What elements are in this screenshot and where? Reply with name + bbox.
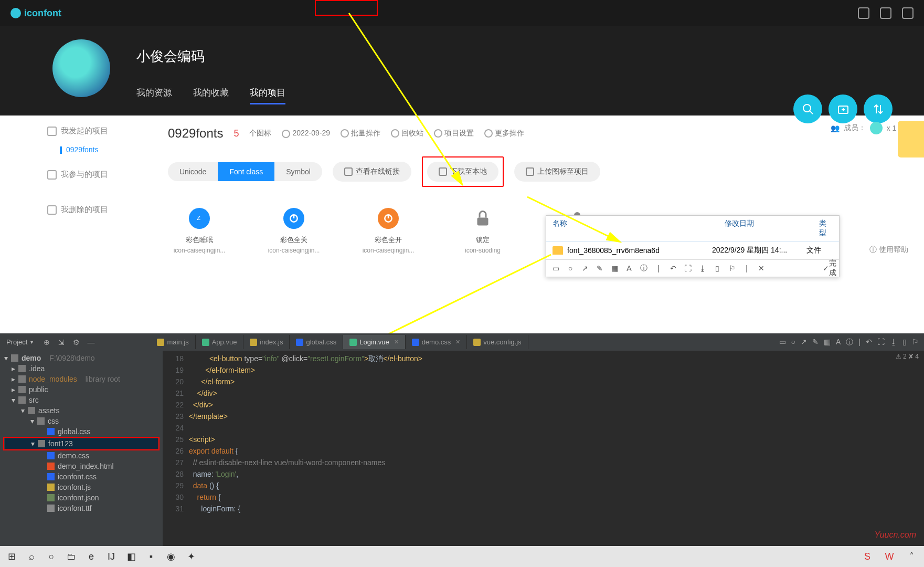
explorer-icon[interactable]: 🗀 bbox=[63, 548, 80, 565]
undo-tool-icon[interactable]: ↶ bbox=[866, 338, 872, 347]
tab-my-projects[interactable]: 我的项目 bbox=[250, 87, 285, 104]
tree-iconfont-json[interactable]: iconfont.json bbox=[0, 492, 163, 503]
rect-icon[interactable]: ▭ bbox=[550, 263, 561, 274]
project-settings[interactable]: 项目设置 bbox=[434, 129, 474, 138]
target-icon[interactable]: ⊕ bbox=[42, 338, 51, 347]
expand-icon[interactable]: ⛶ bbox=[683, 263, 693, 274]
tree-root[interactable]: ▾demo F:\0928\demo bbox=[0, 353, 163, 363]
arrow-tool-icon[interactable]: ↗ bbox=[801, 338, 807, 347]
icon-cell-sleep[interactable]: Z 彩色睡眠 icon-caiseqingjin... bbox=[168, 208, 231, 254]
intellij-icon[interactable]: IJ bbox=[103, 548, 120, 565]
tree-iconfont-ttf[interactable]: iconfont.ttf bbox=[0, 503, 163, 513]
expand-tool-icon[interactable]: ⛶ bbox=[877, 338, 885, 347]
project-link-0929fonts[interactable]: 0929fonts bbox=[60, 145, 147, 154]
text-icon[interactable]: A bbox=[624, 263, 634, 274]
download-tool-icon[interactable]: ⭳ bbox=[890, 338, 897, 347]
seg-fontclass[interactable]: Font class bbox=[218, 162, 274, 181]
close-icon[interactable]: ✕ bbox=[394, 339, 399, 345]
sb-deleted[interactable]: 我删除的项目 bbox=[47, 205, 147, 215]
edge-icon[interactable]: e bbox=[83, 548, 100, 565]
terminal-icon[interactable]: ▪ bbox=[143, 548, 160, 565]
icon-cell-on[interactable]: 彩色全开 icon-caiseqingjin... bbox=[357, 208, 420, 254]
phone-tool-icon[interactable]: ▯ bbox=[902, 338, 907, 347]
close-icon[interactable]: ✕ bbox=[756, 263, 767, 274]
tab-my-favorites[interactable]: 我的收藏 bbox=[193, 87, 229, 104]
collapse-icon[interactable]: ⇲ bbox=[57, 338, 66, 347]
tree-iconfont-css[interactable]: iconfont.css bbox=[0, 471, 163, 482]
tab-vueconfig-js[interactable]: vue.config.js bbox=[467, 335, 528, 349]
rect-tool-icon[interactable]: ▭ bbox=[779, 338, 786, 347]
problem-status[interactable]: ⚠ 2 ✘ 4 bbox=[896, 353, 919, 360]
search-icon[interactable]: ⌕ bbox=[23, 548, 40, 565]
member-panel[interactable]: 👥成员： x 1› bbox=[831, 122, 903, 134]
download-icon[interactable]: ⭳ bbox=[697, 263, 708, 274]
mosaic-tool-icon[interactable]: ▦ bbox=[824, 338, 831, 347]
bell-icon[interactable] bbox=[880, 7, 891, 19]
tab-index-js[interactable]: index.js bbox=[243, 335, 290, 349]
tree-global-css[interactable]: global.css bbox=[0, 426, 163, 437]
project-panel-label[interactable]: Project bbox=[0, 338, 39, 346]
pen-icon[interactable]: ✎ bbox=[594, 263, 605, 274]
user-icon[interactable] bbox=[902, 7, 914, 19]
tree-public[interactable]: ▸public bbox=[0, 384, 163, 395]
upload-button[interactable]: 上传图标至项目 bbox=[514, 162, 600, 182]
info-icon[interactable]: ⓘ bbox=[639, 263, 649, 274]
col-name[interactable]: 名称 bbox=[546, 216, 718, 241]
tree-iconfont-js[interactable]: iconfont.js bbox=[0, 482, 163, 492]
pen-tool-icon[interactable]: ✎ bbox=[812, 338, 819, 347]
batch-action[interactable]: 批量操作 bbox=[341, 129, 380, 138]
tab-main-js[interactable]: main.js bbox=[151, 335, 195, 349]
seg-unicode[interactable]: Unicode bbox=[168, 162, 218, 181]
text-tool-icon[interactable]: A bbox=[836, 338, 841, 347]
code-editor[interactable]: ⚠ 2 ✘ 4 1819202122232425262728293031 <el… bbox=[163, 351, 924, 546]
app-icon[interactable]: ◧ bbox=[123, 548, 140, 565]
col-date[interactable]: 修改日期 bbox=[718, 216, 813, 241]
help-link[interactable]: ⓘ 使用帮助 bbox=[869, 245, 908, 255]
site-logo[interactable]: iconfont bbox=[10, 8, 61, 19]
done-button[interactable]: ✓ 完成 bbox=[824, 263, 835, 274]
more-actions[interactable]: 更多操作 bbox=[484, 129, 524, 138]
tray-w-icon[interactable]: W bbox=[881, 548, 898, 565]
start-icon[interactable]: ⊞ bbox=[3, 548, 20, 565]
pin-icon[interactable]: ⚐ bbox=[727, 263, 737, 274]
sb-joined[interactable]: 我参与的项目 bbox=[47, 170, 147, 180]
tree-demo-css[interactable]: demo.css bbox=[0, 450, 163, 461]
info-tool-icon[interactable]: ⓘ bbox=[846, 338, 853, 347]
tab-global-css[interactable]: global.css bbox=[290, 335, 343, 349]
seg-symbol[interactable]: Symbol bbox=[274, 162, 322, 181]
tab-app-vue[interactable]: App.vue bbox=[196, 335, 244, 349]
hide-icon[interactable]: — bbox=[86, 338, 95, 347]
cart-icon[interactable] bbox=[858, 7, 869, 19]
tree-node-modules[interactable]: ▸node_modules library root bbox=[0, 374, 163, 384]
tray-s-icon[interactable]: S bbox=[859, 548, 876, 565]
mosaic-icon[interactable]: ▦ bbox=[609, 263, 620, 274]
file-tree[interactable]: ▾demo F:\0928\demo ▸.idea ▸node_modules … bbox=[0, 351, 163, 546]
pin-tool-icon[interactable]: ⚐ bbox=[912, 338, 919, 347]
chrome-icon[interactable]: ◉ bbox=[163, 548, 179, 565]
tab-demo-css[interactable]: demo.css✕ bbox=[406, 335, 468, 349]
tree-font123[interactable]: ▾font123 bbox=[5, 438, 158, 449]
tree-assets[interactable]: ▾assets bbox=[0, 405, 163, 416]
circle-icon[interactable]: ○ bbox=[565, 263, 576, 274]
icon-cell-lock[interactable]: 锁定 icon-suoding bbox=[451, 208, 514, 254]
undo-icon[interactable]: ↶ bbox=[668, 263, 678, 274]
tab-my-resources[interactable]: 我的资源 bbox=[136, 87, 172, 104]
gear-icon[interactable]: ⚙ bbox=[71, 338, 81, 347]
circle-tool-icon[interactable]: ○ bbox=[791, 338, 795, 347]
recycle-bin[interactable]: 回收站 bbox=[391, 129, 423, 138]
icon-cell-off[interactable]: 彩色全关 icon-caiseqingjin... bbox=[262, 208, 325, 254]
tree-css[interactable]: ▾css bbox=[0, 416, 163, 426]
user-avatar[interactable] bbox=[52, 39, 110, 97]
phone-icon[interactable]: ▯ bbox=[712, 263, 723, 274]
tray-up-icon[interactable]: ˄ bbox=[903, 548, 920, 565]
tree-idea[interactable]: ▸.idea bbox=[0, 363, 163, 374]
app2-icon[interactable]: ✦ bbox=[183, 548, 199, 565]
tree-demo-index[interactable]: demo_index.html bbox=[0, 461, 163, 471]
view-link-button[interactable]: 查看在线链接 bbox=[333, 162, 411, 182]
close-icon[interactable]: ✕ bbox=[455, 339, 460, 345]
tab-login-vue[interactable]: Login.vue✕ bbox=[343, 335, 405, 349]
col-type[interactable]: 类型 bbox=[813, 216, 839, 241]
tree-src[interactable]: ▾src bbox=[0, 395, 163, 405]
download-button[interactable]: 下载至本地 bbox=[427, 162, 498, 182]
explorer-row[interactable]: font_3680085_rrv6m8ena6d 2022/9/29 星期四 1… bbox=[546, 242, 839, 259]
